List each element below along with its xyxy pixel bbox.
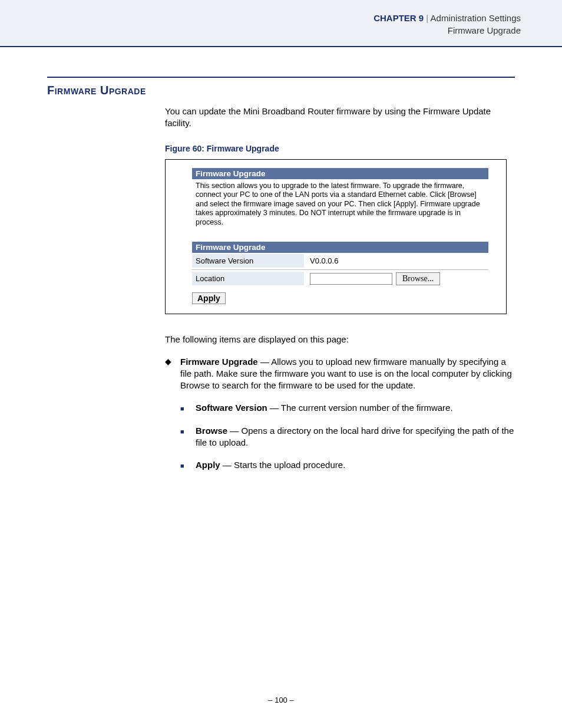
section-divider xyxy=(47,77,515,78)
text-software-version: — The current version number of the firm… xyxy=(267,403,453,413)
location-label: Location xyxy=(192,272,304,285)
section-heading: Firmware Upgrade xyxy=(47,84,515,97)
square-bullet-icon: ■ xyxy=(180,459,196,471)
apply-row: Apply xyxy=(192,288,488,304)
page-number: – 100 – xyxy=(0,696,562,704)
term-firmware-upgrade: Firmware Upgrade xyxy=(180,357,258,367)
term-browse: Browse xyxy=(196,426,227,436)
list-item-body: Firmware Upgrade — Allows you to upload … xyxy=(180,356,515,482)
text-apply: — Starts the upload procedure. xyxy=(220,460,346,470)
location-row: Location Browse... xyxy=(192,269,488,288)
list-item: ■ Software Version — The current version… xyxy=(180,402,515,414)
bullet-list: ◆ Firmware Upgrade — Allows you to uploa… xyxy=(165,356,515,482)
panel-header-form: Firmware Upgrade xyxy=(192,242,488,253)
intro-paragraph: You can update the Mini Broadband Router… xyxy=(165,106,515,130)
term-software-version: Software Version xyxy=(196,403,267,413)
figure-screenshot: Firmware Upgrade This section allows you… xyxy=(165,159,507,314)
diamond-bullet-icon: ◆ xyxy=(165,356,180,482)
square-bullet-icon: ■ xyxy=(180,425,196,449)
header-subsection: Firmware Upgrade xyxy=(41,24,521,37)
software-version-label: Software Version xyxy=(192,254,304,268)
following-intro: The following items are displayed on thi… xyxy=(165,334,515,344)
term-apply: Apply xyxy=(196,460,220,470)
location-value: Browse... xyxy=(304,270,488,288)
browse-button[interactable]: Browse... xyxy=(396,272,440,285)
list-item: ■ Browse — Opens a directory on the loca… xyxy=(180,425,515,449)
file-path-input[interactable] xyxy=(310,273,392,285)
list-item: ■ Apply — Starts the upload procedure. xyxy=(180,459,515,471)
square-bullet-icon: ■ xyxy=(180,402,196,414)
chapter-label: CHAPTER 9 xyxy=(373,13,424,23)
page-content: Firmware Upgrade You can update the Mini… xyxy=(0,47,562,482)
figure-caption: Figure 60: Firmware Upgrade xyxy=(165,144,515,153)
software-version-value: V0.0.0.6 xyxy=(304,254,488,268)
page-header: CHAPTER 9 | Administration Settings Firm… xyxy=(0,0,562,47)
panel-description: This section allows you to upgrade to th… xyxy=(192,179,488,231)
list-item: ◆ Firmware Upgrade — Allows you to uploa… xyxy=(165,356,515,482)
apply-button[interactable]: Apply xyxy=(192,292,226,304)
software-version-row: Software Version V0.0.0.6 xyxy=(192,253,488,269)
header-subject: Administration Settings xyxy=(431,13,521,23)
header-separator: | xyxy=(426,13,428,23)
text-browse: — Opens a directory on the local hard dr… xyxy=(196,426,514,447)
panel-header-top: Firmware Upgrade xyxy=(192,168,488,179)
